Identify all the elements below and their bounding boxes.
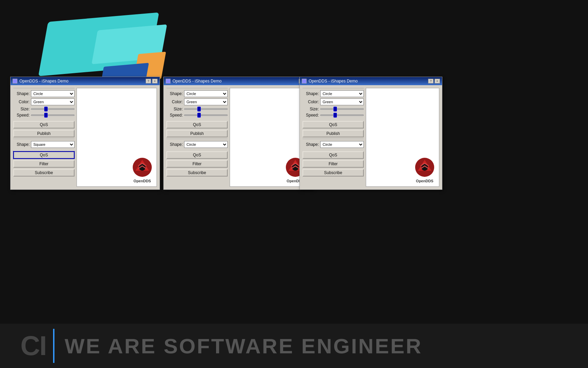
shape-row-sub-1: Shape: Square Circle Triangle	[13, 141, 75, 148]
titlebar-left-2: OpenDDS - iShapes Demo	[166, 79, 222, 83]
color-select-pub-2[interactable]: Green Red Blue	[184, 98, 228, 105]
size-slider-pub-3[interactable]	[320, 108, 364, 110]
titlebar-2: OpenDDS - iShapes Demo ? ×	[164, 77, 313, 85]
color-label-pub-1: Color:	[13, 99, 30, 104]
subscriber-section-3: Shape: Circle Square Triangle QoS Filter…	[303, 139, 364, 177]
speed-slider-pub-3[interactable]	[320, 114, 364, 116]
publish-button-2[interactable]: Publish	[166, 130, 228, 137]
speed-label-pub-3: Speed:	[303, 113, 319, 118]
speed-label-pub-1: Speed:	[13, 113, 30, 118]
qos-button-sub-2[interactable]: QoS	[166, 151, 228, 159]
window-content-3: Shape: Circle Square Triangle Color: Gre…	[300, 85, 442, 189]
color-label-pub-2: Color:	[166, 99, 183, 104]
window-icon-3	[302, 79, 307, 83]
qos-button-pub-2[interactable]: QoS	[166, 121, 228, 128]
speed-label-pub-2: Speed:	[166, 113, 183, 118]
size-row-pub-3: Size:	[303, 107, 364, 111]
size-row-pub-2: Size:	[166, 107, 228, 111]
close-button-1[interactable]: ×	[152, 79, 158, 83]
window-1: OpenDDS - iShapes Demo ? × Shape: Circle…	[10, 77, 160, 190]
window-title-1: OpenDDS - iShapes Demo	[19, 79, 68, 83]
speed-slider-pub-2[interactable]	[184, 114, 228, 116]
close-button-3[interactable]: ×	[435, 79, 440, 83]
titlebar-3: OpenDDS - iShapes Demo ? ×	[300, 77, 442, 85]
qos-button-pub-3[interactable]: QoS	[303, 121, 364, 128]
subscribe-button-3[interactable]: Subscribe	[303, 169, 364, 177]
opendds-icon-svg-3	[414, 156, 436, 178]
shape-row-sub-2: Shape: Circle Square Triangle	[166, 141, 228, 148]
size-slider-pub-1[interactable]	[31, 108, 75, 110]
size-label-pub-2: Size:	[166, 107, 183, 111]
shape-row-pub-1: Shape: Circle Square Triangle	[13, 90, 75, 97]
qos-button-sub-1[interactable]: QoS	[13, 151, 75, 159]
speed-row-pub-3: Speed:	[303, 113, 364, 118]
color-select-pub-1[interactable]: Green Red Blue	[31, 98, 75, 105]
help-button-3[interactable]: ?	[428, 79, 434, 83]
window-content-2: Shape: Circle Square Triangle Color: Gre…	[164, 85, 313, 189]
window-title-3: OpenDDS - iShapes Demo	[309, 79, 358, 83]
size-row-pub-1: Size:	[13, 107, 75, 111]
color-row-pub-1: Color: Green Red Blue	[13, 98, 75, 105]
canvas-panel-2: OpenDDS	[230, 88, 310, 187]
titlebar-left-1: OpenDDS - iShapes Demo	[13, 79, 68, 83]
qos-button-pub-1[interactable]: QoS	[13, 121, 75, 128]
shape-label-sub-3: Shape:	[303, 142, 319, 147]
qos-button-sub-3[interactable]: QoS	[303, 151, 364, 159]
background-logo	[0, 0, 238, 78]
controls-panel-1: Shape: Circle Square Triangle Color: Gre…	[13, 88, 75, 187]
titlebar-1: OpenDDS - iShapes Demo ? ×	[11, 77, 160, 85]
shape-row-sub-3: Shape: Circle Square Triangle	[303, 141, 364, 148]
shape-select-pub-3[interactable]: Circle Square Triangle	[320, 90, 364, 97]
filter-button-3[interactable]: Filter	[303, 160, 364, 168]
shape-select-sub-3[interactable]: Circle Square Triangle	[320, 141, 364, 148]
filter-button-2[interactable]: Filter	[166, 160, 228, 168]
canvas-panel-1: OpenDDS	[77, 88, 157, 187]
color-select-pub-3[interactable]: Green Red Blue	[320, 98, 364, 105]
bottom-bar: CI WE ARE SOFTWARE ENGINEER	[0, 324, 588, 368]
shape-label-sub-2: Shape:	[166, 142, 183, 147]
size-slider-pub-2[interactable]	[184, 108, 228, 110]
publish-button-1[interactable]: Publish	[13, 130, 75, 137]
opendds-logo-1: OpenDDS	[131, 156, 153, 183]
bottom-slogan-text: WE ARE SOFTWARE ENGINEER	[65, 334, 422, 358]
publisher-section-2: Shape: Circle Square Triangle Color: Gre…	[166, 88, 228, 137]
shape-row-pub-3: Shape: Circle Square Triangle	[303, 90, 364, 97]
opendds-logo-3: OpenDDS	[414, 156, 436, 183]
subscriber-section-2: Shape: Circle Square Triangle QoS Filter…	[166, 139, 228, 177]
titlebar-left-3: OpenDDS - iShapes Demo	[302, 79, 358, 83]
window-icon-2	[166, 79, 170, 83]
window-title-2: OpenDDS - iShapes Demo	[173, 79, 222, 83]
subscribe-button-2[interactable]: Subscribe	[166, 169, 228, 177]
color-row-pub-3: Color: Green Red Blue	[303, 98, 364, 105]
controls-panel-2: Shape: Circle Square Triangle Color: Gre…	[166, 88, 228, 187]
filter-button-1[interactable]: Filter	[13, 160, 75, 168]
help-button-1[interactable]: ?	[146, 79, 151, 83]
shape-select-sub-1[interactable]: Square Circle Triangle	[31, 141, 75, 148]
subscriber-section-1: Shape: Square Circle Triangle QoS Filter…	[13, 139, 75, 177]
windows-area: OpenDDS - iShapes Demo ? × Shape: Circle…	[10, 77, 310, 190]
shape-label-pub-2: Shape:	[166, 91, 183, 96]
color-row-pub-2: Color: Green Red Blue	[166, 98, 228, 105]
publisher-section-1: Shape: Circle Square Triangle Color: Gre…	[13, 88, 75, 137]
speed-slider-pub-1[interactable]	[31, 114, 75, 116]
window-2: OpenDDS - iShapes Demo ? × Shape: Circle…	[163, 77, 313, 190]
window-3: OpenDDS - iShapes Demo ? × Shape: Circle…	[299, 77, 442, 190]
subscribe-button-1[interactable]: Subscribe	[13, 169, 75, 177]
canvas-panel-3: OpenDDS	[366, 88, 439, 187]
window-content-1: Shape: Circle Square Triangle Color: Gre…	[11, 85, 160, 189]
speed-row-pub-2: Speed:	[166, 113, 228, 118]
opendds-icon-svg-1	[131, 156, 153, 178]
shape-select-sub-2[interactable]: Circle Square Triangle	[184, 141, 228, 148]
shape-label-pub-3: Shape:	[303, 91, 319, 96]
shape-row-pub-2: Shape: Circle Square Triangle	[166, 90, 228, 97]
shape-select-pub-2[interactable]: Circle Square Triangle	[184, 90, 228, 97]
titlebar-buttons-3: ? ×	[428, 79, 440, 83]
controls-panel-3: Shape: Circle Square Triangle Color: Gre…	[303, 88, 364, 187]
opendds-text-3: OpenDDS	[416, 179, 433, 183]
opendds-text-1: OpenDDS	[133, 179, 151, 183]
color-label-pub-3: Color:	[303, 99, 319, 104]
size-label-pub-3: Size:	[303, 107, 319, 111]
publish-button-3[interactable]: Publish	[303, 130, 364, 137]
publisher-section-3: Shape: Circle Square Triangle Color: Gre…	[303, 88, 364, 137]
shape-select-pub-1[interactable]: Circle Square Triangle	[31, 90, 75, 97]
